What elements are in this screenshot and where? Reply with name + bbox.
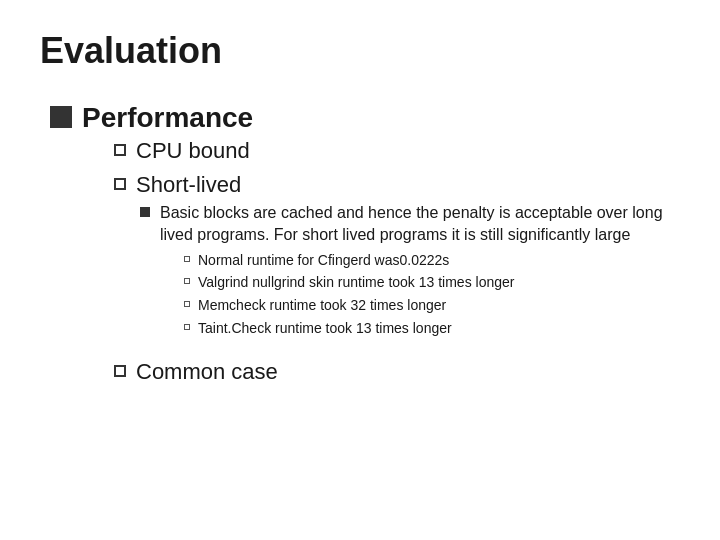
level4-text-2: Valgrind nullgrind skin runtime took 13 … (198, 273, 514, 293)
level2-cpu-bound: CPU bound (114, 138, 680, 164)
bullet-q-icon-1 (114, 144, 126, 156)
content-area: Performance CPU bound Short-lived (40, 102, 680, 393)
short-lived-label: Short-lived (136, 172, 241, 198)
performance-label: Performance (82, 102, 253, 133)
bullet-n-icon (50, 106, 72, 128)
bullet-q-icon-3 (114, 365, 126, 377)
cpu-bound-label: CPU bound (136, 138, 250, 164)
bullet-sq-icon-3 (184, 301, 190, 307)
level4-text-3: Memcheck runtime took 32 times longer (198, 296, 446, 316)
level2-list: CPU bound Short-lived Basic blo (114, 138, 680, 385)
bullet-n-small-icon (140, 207, 150, 217)
level3-list: Basic blocks are cached and hence the pe… (140, 202, 680, 347)
level4-list: Normal runtime for Cfingerd was0.0222s V… (184, 251, 680, 338)
common-case-label: Common case (136, 359, 278, 385)
level4-item-3: Memcheck runtime took 32 times longer (184, 296, 680, 316)
basic-blocks-text: Basic blocks are cached and hence the pe… (160, 204, 663, 243)
level3-basic-blocks: Basic blocks are cached and hence the pe… (140, 202, 680, 341)
slide: Evaluation Performance CPU bound S (0, 0, 720, 540)
level4-item-1: Normal runtime for Cfingerd was0.0222s (184, 251, 680, 271)
level1-performance: Performance CPU bound Short-lived (50, 102, 680, 393)
level4-text-4: Taint.Check runtime took 13 times longer (198, 319, 452, 339)
bullet-sq-icon-2 (184, 278, 190, 284)
level2-common-case: Common case (114, 359, 680, 385)
level4-text-1: Normal runtime for Cfingerd was0.0222s (198, 251, 449, 271)
level4-item-2: Valgrind nullgrind skin runtime took 13 … (184, 273, 680, 293)
level4-item-4: Taint.Check runtime took 13 times longer (184, 319, 680, 339)
bullet-sq-icon-4 (184, 324, 190, 330)
level2-short-lived: Short-lived Basic blocks are cached and … (114, 172, 680, 351)
slide-title: Evaluation (40, 30, 680, 78)
bullet-q-icon-2 (114, 178, 126, 190)
bullet-sq-icon-1 (184, 256, 190, 262)
